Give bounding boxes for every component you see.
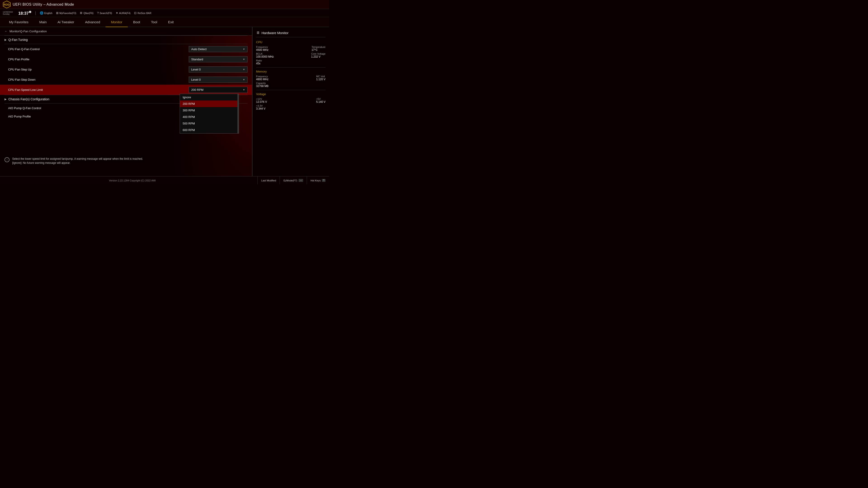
hw-cpu-freq-value: 4500 MHz (256, 48, 269, 52)
rog-logo-icon: ROG (3, 0, 11, 8)
header-bar: ROG UEFI BIOS Utility – Advanced Mode (0, 0, 329, 9)
toolbar-language[interactable]: 🌐 English (40, 11, 53, 15)
hw-33v-label: +3.3V (256, 104, 266, 107)
hw-5v-label: +5V (316, 98, 326, 100)
hw-mem-freq-label: Frequency (256, 75, 269, 78)
dropdown-menu-cpu-fan-speed: Ignore 200 RPM 300 RPM 400 RPM 500 RPM 6… (180, 94, 239, 133)
toolbar-search[interactable]: ? Search(F9) (97, 11, 112, 15)
hot-keys-icon: ? (322, 179, 326, 182)
setting-row-cpu-fan-speed-low-limit[interactable]: CPU Fan Speed Low Limit 200 RPM ▼ (0, 85, 252, 95)
setting-row-cpu-fan-profile[interactable]: CPU Fan Profile Standard ▼ (0, 54, 252, 64)
cpu-fan-q-fan-control-label: CPU Fan Q-Fan Control (8, 47, 39, 51)
hw-core-volt-value: 1.232 V (311, 55, 326, 58)
expand-icon-2: ▶ (4, 98, 6, 101)
tab-main[interactable]: Main (34, 17, 52, 27)
aura-icon: ✦ (116, 11, 118, 15)
footer-ez-mode-button[interactable]: EzMode(F7) → (280, 176, 307, 184)
toolbar-separator: | (35, 11, 36, 15)
toolbar-resize-bar[interactable]: ⊡ ReSize BAR (134, 11, 151, 15)
breadcrumb[interactable]: ← Monitor\Q-Fan Configuration (0, 27, 252, 35)
hw-ratio-row: Ratio 45x (256, 59, 326, 65)
cpu-fan-profile-dropdown[interactable]: Standard ▼ (189, 56, 248, 62)
main-layout: ← Monitor\Q-Fan Configuration ▶ Q-Fan Tu… (0, 27, 329, 176)
footer-hot-keys-button[interactable]: Hot Keys ? (307, 176, 329, 184)
footer-right: Last Modified EzMode(F7) → Hot Keys ? (257, 176, 329, 184)
hw-cpu-freq-row: Frequency 4500 MHz Temperature 17°C (256, 46, 326, 52)
bios-title: UEFI BIOS Utility – Advanced Mode (13, 2, 74, 6)
info-text: Select the lower speed limit for assigne… (12, 157, 143, 165)
qfan-icon: ⚙ (80, 11, 83, 15)
dropdown-arrow-icon: ▼ (243, 89, 245, 91)
cpu-fan-step-up-dropdown[interactable]: Level 0 ▼ (189, 66, 248, 72)
cpu-fan-speed-low-limit-label: CPU Fan Speed Low Limit (8, 88, 43, 92)
hw-5v-value: 5.140 V (316, 100, 326, 103)
setting-row-cpu-fan-step-down[interactable]: CPU Fan Step Down Level 0 ▼ (0, 74, 252, 85)
footer: Version 2.22.1284 Copyright (C) 2022 AMI… (0, 176, 329, 184)
date-display: 12/25/2022Sunday (3, 11, 13, 15)
hw-bclk-value: 100.0000 MHz (256, 55, 274, 58)
hw-separator-1 (256, 67, 326, 68)
cpu-fan-step-down-dropdown[interactable]: Level 0 ▼ (189, 76, 248, 83)
tab-monitor[interactable]: Monitor (105, 17, 128, 27)
logo-area: ROG UEFI BIOS Utility – Advanced Mode (3, 0, 74, 8)
footer-last-modified-button[interactable]: Last Modified (257, 176, 280, 184)
tab-boot[interactable]: Boot (128, 17, 146, 27)
hw-core-volt-label: Core Voltage (311, 53, 326, 55)
hw-mc-volt-label: MC Volt (316, 75, 326, 78)
settings-container: ▶ Q-Fan Tuning CPU Fan Q-Fan Control Aut… (0, 35, 252, 120)
tab-tool[interactable]: Tool (146, 17, 163, 27)
hw-cpu-temp-label: Temperature (311, 46, 326, 48)
hw-cpu-freq-label: Frequency (256, 46, 269, 48)
aio-pump-q-fan-control-label: AIO Pump Q-Fan Control (8, 106, 41, 110)
hw-mc-volt-value: 1.120 V (316, 78, 326, 81)
hw-ratio-value: 45x (256, 62, 262, 65)
dropdown-option-300rpm[interactable]: 300 RPM (180, 107, 239, 113)
toolbar-myfavorite[interactable]: ⊞ MyFavorite(F3) (56, 11, 76, 15)
setting-row-cpu-fan-q-fan-control[interactable]: CPU Fan Q-Fan Control Auto Detect ▼ (0, 44, 252, 54)
hw-33v-row: +3.3V 3.344 V (256, 104, 326, 110)
dropdown-scrollbar[interactable] (237, 94, 239, 133)
datetime-area: 12/25/2022Sunday (3, 11, 13, 15)
content-area: ← Monitor\Q-Fan Configuration ▶ Q-Fan Tu… (0, 27, 252, 176)
nav-tabs: My Favorites Main Ai Tweaker Advanced Mo… (0, 17, 329, 27)
toolbar-aura[interactable]: ✦ AURA(F4) (116, 11, 131, 15)
hw-bclk-label: BCLK (256, 53, 274, 55)
tab-advanced[interactable]: Advanced (80, 17, 105, 27)
hw-12v-label: +12V (256, 98, 267, 100)
hw-monitor-title: 🖥 Hardware Monitor (256, 31, 326, 37)
toolbar: 12/25/2022Sunday 18:37✱ | 🌐 English ⊞ My… (0, 9, 329, 17)
hw-capacity-row: Capacity 32768 MB (256, 82, 326, 88)
resize-bar-icon: ⊡ (134, 11, 136, 15)
dropdown-option-200rpm[interactable]: 200 RPM (180, 101, 239, 107)
hw-memory-section-title: Memory (256, 70, 326, 73)
breadcrumb-path: Monitor\Q-Fan Configuration (9, 30, 47, 33)
hw-33v-value: 3.344 V (256, 107, 266, 110)
myfavorite-icon: ⊞ (56, 11, 59, 15)
dropdown-option-600rpm[interactable]: 600 RPM (180, 127, 239, 133)
tab-ai-tweaker[interactable]: Ai Tweaker (52, 17, 80, 27)
expand-icon: ▶ (4, 38, 6, 41)
breadcrumb-back-arrow: ← (4, 29, 8, 33)
dropdown-option-500rpm[interactable]: 500 RPM (180, 120, 239, 127)
section-q-fan-tuning[interactable]: ▶ Q-Fan Tuning (0, 36, 252, 44)
cpu-fan-q-fan-control-dropdown[interactable]: Auto Detect ▼ (189, 46, 248, 52)
cpu-fan-step-up-label: CPU Fan Step Up (8, 68, 32, 71)
hw-separator-2 (256, 90, 326, 90)
hw-mem-freq-value: 4800 MHz (256, 78, 269, 81)
time-display: 18:37✱ (18, 10, 31, 16)
dropdown-option-ignore[interactable]: Ignore (180, 94, 239, 101)
toolbar-qfan[interactable]: ⚙ Qfan(F6) (80, 11, 93, 15)
aio-pump-profile-label: AIO Pump Profile (8, 115, 31, 118)
tab-my-favorites[interactable]: My Favorites (4, 17, 34, 27)
dropdown-option-400rpm[interactable]: 400 RPM (180, 113, 239, 120)
dropdown-arrow-icon: ▼ (243, 58, 245, 61)
cpu-fan-speed-low-limit-dropdown[interactable]: 200 RPM ▼ (189, 87, 248, 93)
cpu-fan-step-down-label: CPU Fan Step Down (8, 78, 35, 81)
hw-mem-freq-row: Frequency 4800 MHz MC Volt 1.120 V (256, 75, 326, 81)
hw-cpu-temp-value: 17°C (311, 48, 326, 52)
setting-row-cpu-fan-step-up[interactable]: CPU Fan Step Up Level 0 ▼ (0, 64, 252, 74)
language-icon: 🌐 (40, 11, 43, 15)
tab-exit[interactable]: Exit (162, 17, 179, 27)
dropdown-arrow-icon: ▼ (243, 68, 245, 71)
hw-capacity-value: 32768 MB (256, 85, 269, 88)
